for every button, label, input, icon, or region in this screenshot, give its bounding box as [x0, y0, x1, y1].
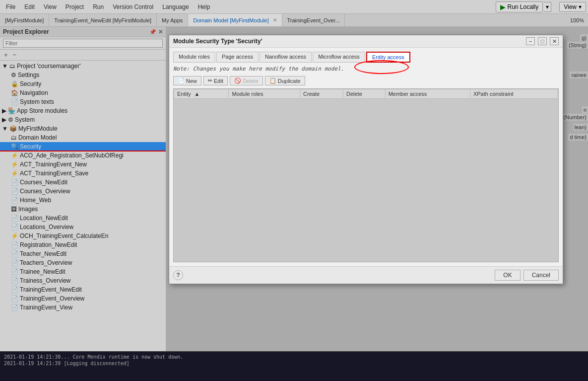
ok-button[interactable]: OK [495, 270, 520, 281]
modal-note: Note: Changes you make here modify the d… [173, 66, 559, 72]
modal-tabs: Module roles Page access Nanoflow access… [173, 52, 559, 63]
col-module-roles: Module roles [229, 89, 300, 99]
modal-maximize-button[interactable]: □ [538, 37, 547, 45]
tab-entity-access[interactable]: Entity access [366, 52, 410, 63]
delete-entity-button[interactable]: 🚫 Delete [230, 76, 263, 85]
modal-controls: − □ ✕ [526, 37, 559, 45]
duplicate-entity-button[interactable]: 📋 Duplicate [265, 76, 305, 85]
entity-table-header-row: Entity ▲ Module roles Create Delete Memb… [174, 89, 558, 99]
tab-page-access[interactable]: Page access [216, 52, 259, 63]
col-entity: Entity ▲ [174, 89, 229, 99]
col-delete: Delete [343, 89, 386, 99]
duplicate-label: Duplicate [278, 78, 301, 84]
modal-security-type: Module Security Type 'Security' − □ ✕ Mo… [169, 35, 563, 284]
entity-table-container: Entity ▲ Module roles Create Delete Memb… [173, 88, 559, 262]
modal-titlebar: Module Security Type 'Security' − □ ✕ [169, 35, 563, 48]
new-icon: 📄 [178, 77, 185, 84]
duplicate-icon: 📋 [269, 77, 276, 84]
tab-nanoflow-access-label: Nanoflow access [265, 54, 306, 60]
entity-table: Entity ▲ Module roles Create Delete Memb… [174, 89, 558, 99]
edit-label: Edit [214, 78, 223, 84]
tab-nanoflow-access[interactable]: Nanoflow access [260, 52, 312, 63]
modal-body: Module roles Page access Nanoflow access… [169, 48, 563, 266]
modal-close-button[interactable]: ✕ [550, 37, 559, 45]
tab-module-roles[interactable]: Module roles [173, 52, 215, 63]
edit-entity-button[interactable]: ✏ Edit [203, 76, 228, 85]
help-button[interactable]: ? [173, 270, 183, 280]
modal-minimize-button[interactable]: − [526, 37, 535, 45]
edit-icon: ✏ [208, 77, 212, 84]
modal-title: Module Security Type 'Security' [173, 38, 262, 45]
col-create: Create [300, 89, 343, 99]
col-xpath-constraint: XPath constraint [470, 89, 558, 99]
tab-microflow-access[interactable]: Microflow access [313, 52, 365, 63]
col-member-access: Member access [385, 89, 470, 99]
tab-page-access-label: Page access [222, 54, 253, 60]
cancel-button[interactable]: Cancel [523, 270, 559, 281]
new-entity-button[interactable]: 📄 New [173, 76, 201, 85]
modal-footer: ? OK Cancel [169, 266, 563, 284]
modal-footer-right: OK Cancel [495, 270, 559, 281]
tab-module-roles-label: Module roles [179, 54, 210, 60]
delete-icon: 🚫 [234, 77, 241, 84]
help-btn-container: ? [173, 270, 183, 280]
entity-toolbar: 📄 New ✏ Edit 🚫 Delete 📋 Duplicate [173, 76, 559, 85]
tab-microflow-access-label: Microflow access [318, 54, 360, 60]
tab-entity-access-label: Entity access [372, 54, 404, 60]
delete-label: Delete [243, 78, 259, 84]
new-label: New [186, 78, 197, 84]
